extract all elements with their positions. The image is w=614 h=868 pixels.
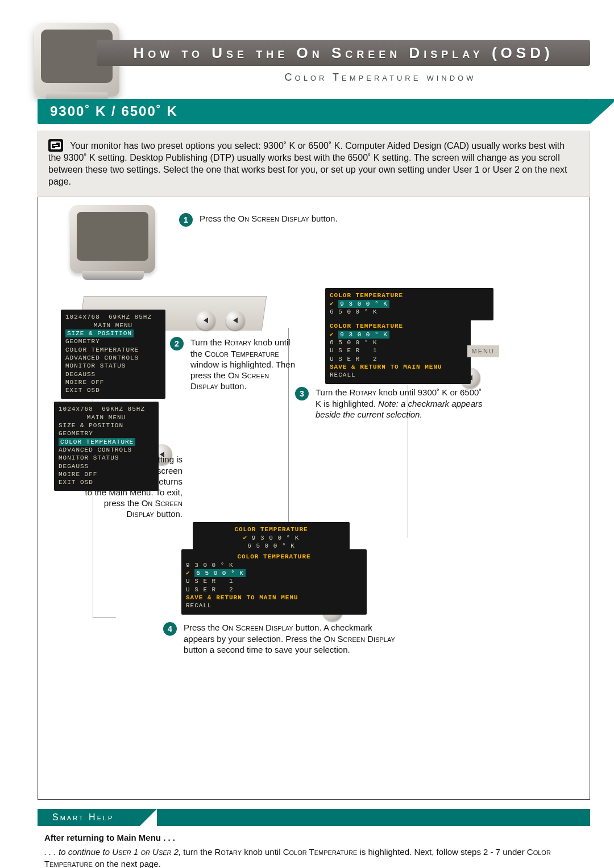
step-1: 1 Press the On Screen Display button.: [179, 213, 338, 227]
step-number: 2: [170, 337, 184, 350]
step-4: 4 Press the On Screen Display button. A …: [163, 622, 400, 655]
page-header: How to Use the On Screen Display (OSD) C…: [0, 0, 614, 97]
diagram-canvas: 1 Press the On Screen Display button. 2 …: [38, 197, 590, 800]
page-title: How to Use the On Screen Display (OSD): [133, 44, 553, 62]
osd-color-temp-header: COLOR TEMPERATURE 9 3 0 0 ° K 6 5 0 0 ° …: [325, 288, 493, 320]
smart-help-label: Smart Help: [52, 812, 114, 823]
menu-label: MENU: [467, 345, 499, 357]
osd-icon: [48, 139, 63, 152]
step-text: Turn the Rotary knob until 9300˚ K or 65…: [316, 387, 486, 420]
step-number: 4: [163, 622, 177, 636]
step-text: Turn the Rotary knob until the Color Tem…: [190, 337, 298, 391]
step-number: 3: [295, 387, 309, 400]
header-bar: How to Use the On Screen Display (OSD): [97, 40, 590, 66]
monitor-small-illustration: [70, 205, 155, 273]
osd-main-menu-panel: 1024x768 69KHZ 85HZ MAIN MENU SIZE & POS…: [61, 310, 165, 399]
intro-text: Your monitor has two preset options you …: [48, 141, 567, 186]
section-banner: 9300˚ K / 6500˚ K: [38, 99, 590, 124]
osd-color-temp-panel: COLOR TEMPERATURE 9 3 0 0 ° K 6 5 0 0 ° …: [325, 319, 471, 383]
step-text: Press the On Screen Display button. A ch…: [184, 622, 400, 655]
step-text: Press the On Screen Display button.: [200, 213, 338, 227]
step-number: 1: [179, 213, 193, 227]
osd-color-temp-panel: COLOR TEMPERATURE 9 3 0 0 ° K 6 5 0 0 ° …: [181, 549, 367, 614]
page-subtitle: Color Temperature window: [171, 72, 590, 84]
section-title: 9300˚ K / 6500˚ K: [50, 103, 178, 119]
manual-page: How to Use the On Screen Display (OSD) C…: [0, 0, 614, 868]
smart-help-line1: . . . to continue to User 1 or User 2, t…: [44, 846, 583, 868]
monitor-small-base: [82, 271, 144, 280]
step-3: 3 Turn the Rotary knob until 9300˚ K or …: [295, 387, 486, 420]
smart-help-banner: Smart Help: [38, 809, 590, 826]
smart-help-lead: After returning to Main Menu . . .: [44, 832, 583, 844]
intro-paragraph: Your monitor has two preset options you …: [38, 131, 590, 197]
smart-help-body: After returning to Main Menu . . . . . .…: [44, 832, 583, 868]
step-2: 2 Turn the Rotary knob until the Color T…: [170, 337, 298, 391]
osd-main-menu-panel: 1024x768 69KHZ 85HZ MAIN MENU SIZE & POS…: [54, 402, 159, 491]
